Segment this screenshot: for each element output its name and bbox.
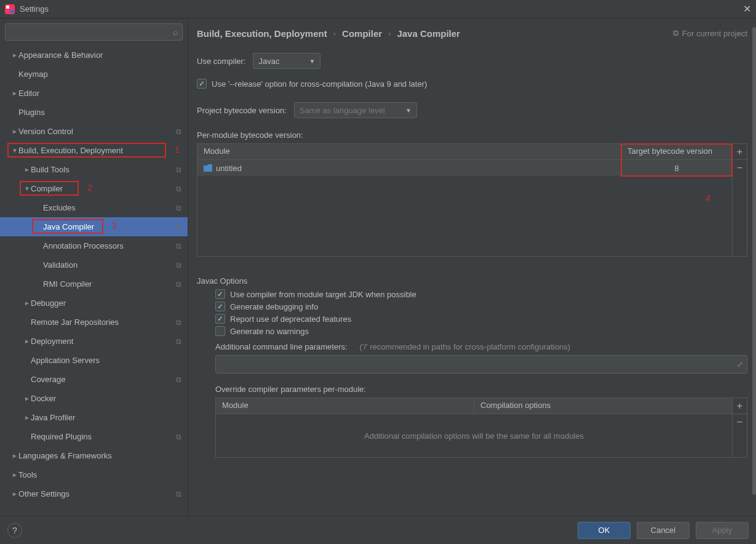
tree-item[interactable]: Coverage⧉	[0, 370, 188, 389]
tree-item[interactable]: ►Other Settings⧉	[0, 484, 188, 503]
expand-arrow-icon: ►	[11, 90, 18, 97]
settings-tree[interactable]: ►Appearance & BehaviorKeymap►EditorPlugi…	[0, 46, 188, 516]
javac-options-label: Javac Options	[197, 276, 747, 286]
content-pane: Build, Execution, Deployment › Compiler …	[188, 18, 756, 516]
tree-item[interactable]: ►Version Control⧉	[0, 122, 188, 141]
window-title: Settings	[20, 4, 743, 14]
tree-item[interactable]: Application Servers	[0, 351, 188, 370]
additional-params-input[interactable]: ⤢	[215, 355, 747, 374]
table-row[interactable]: untitled 8	[197, 160, 732, 176]
tree-item-label: Languages & Frameworks	[18, 451, 181, 460]
tree-item-label: Required Plugins	[31, 432, 176, 441]
tree-item-label: RMI Compiler	[43, 279, 176, 289]
tree-item-label: Coverage	[31, 375, 176, 384]
tree-item[interactable]: ►Build Tools⧉	[0, 160, 188, 179]
cancel-button[interactable]: Cancel	[637, 522, 690, 539]
tree-item-label: Editor	[18, 89, 181, 98]
per-module-label: Per-module bytecode version:	[197, 130, 747, 140]
tree-item[interactable]: ►Editor	[0, 84, 188, 103]
tree-item-label: Validation	[43, 260, 176, 270]
breadcrumb-item[interactable]: Compiler	[342, 28, 382, 39]
override-label: Override compiler parameters per-module:	[215, 385, 747, 394]
dialog-footer: ? OK Cancel Apply	[0, 516, 756, 544]
tree-item[interactable]: Excludes⧉	[0, 198, 188, 217]
ok-button[interactable]: OK	[578, 522, 631, 539]
copy-icon: ⧉	[176, 223, 181, 231]
expand-arrow-icon: ►	[23, 338, 31, 345]
tree-item[interactable]: ►Docker	[0, 389, 188, 408]
opt-debug-info-checkbox[interactable]: Generate debugging info	[215, 302, 747, 311]
sidebar: ⌕ ►Appearance & BehaviorKeymap►EditorPlu…	[0, 18, 188, 516]
compiler-select[interactable]: Javac▼	[253, 53, 320, 69]
tree-item[interactable]: Keymap	[0, 65, 188, 84]
close-icon[interactable]: ✕	[743, 3, 751, 15]
tree-item[interactable]: Annotation Processors⧉	[0, 236, 188, 255]
expand-arrow-icon: ►	[11, 490, 18, 497]
breadcrumb-item[interactable]: Java Compiler	[397, 28, 460, 39]
apply-button[interactable]: Apply	[696, 522, 749, 539]
opt-use-module-jdk-checkbox[interactable]: Use compiler from module target JDK when…	[215, 289, 747, 299]
tree-item[interactable]: ►Tools	[0, 465, 188, 484]
tree-item[interactable]: ►Java Profiler	[0, 408, 188, 427]
tree-item[interactable]: Remote Jar Repositories⧉	[0, 313, 188, 332]
th-override-options[interactable]: Compilation options	[474, 398, 732, 414]
tree-item[interactable]: ►Languages & Frameworks	[0, 446, 188, 465]
copy-icon: ⧉	[673, 28, 678, 38]
titlebar: Settings ✕	[0, 0, 756, 18]
target-version-cell[interactable]: 8	[621, 164, 732, 173]
search-input[interactable]	[5, 23, 183, 41]
remove-override-button[interactable]: −	[733, 414, 747, 430]
copy-icon: ⧉	[176, 337, 181, 346]
tree-item-label: Debugger	[31, 298, 181, 308]
expand-arrow-icon: ▼	[11, 147, 18, 154]
th-module[interactable]: Module	[197, 144, 621, 159]
copy-icon: ⧉	[176, 318, 181, 327]
tree-item[interactable]: Plugins	[0, 103, 188, 122]
tree-item[interactable]: ►Debugger	[0, 294, 188, 313]
expand-arrow-icon: ►	[23, 300, 31, 306]
expand-arrow-icon: ►	[11, 52, 18, 58]
tree-item-label: Other Settings	[18, 489, 176, 498]
tree-item-label: Build Tools	[31, 165, 176, 174]
breadcrumb-item[interactable]: Build, Execution, Deployment	[197, 28, 327, 39]
tree-item[interactable]: Validation⧉	[0, 255, 188, 274]
tree-item-label: Remote Jar Repositories	[31, 318, 176, 327]
th-target-version[interactable]: Target bytecode version	[621, 144, 732, 159]
tree-item[interactable]: ▼Compiler⧉2	[0, 179, 188, 198]
tree-item[interactable]: ►Appearance & Behavior	[0, 46, 188, 65]
project-bytecode-select[interactable]: Same as language level▼	[294, 102, 417, 118]
expand-arrow-icon: ►	[11, 128, 18, 135]
for-project-label: ⧉ For current project	[673, 28, 747, 38]
tree-item-label: Build, Execution, Deployment	[18, 146, 181, 155]
override-empty-text: Additional compilation options will be t…	[216, 414, 732, 457]
tree-item[interactable]: ►Deployment⧉	[0, 332, 188, 351]
tree-item[interactable]: ▼Build, Execution, Deployment1	[0, 141, 188, 160]
expand-icon[interactable]: ⤢	[737, 360, 743, 369]
tree-item[interactable]: RMI Compiler⧉	[0, 274, 188, 294]
override-table: Module Compilation options Additional co…	[215, 398, 733, 458]
opt-no-warnings-checkbox[interactable]: Generate no warnings	[215, 326, 747, 336]
add-override-button[interactable]: +	[733, 398, 747, 414]
tree-item[interactable]: Java Compiler⧉3	[0, 217, 188, 236]
remove-row-button[interactable]: −	[733, 160, 747, 176]
opt-deprecated-checkbox[interactable]: Report use of deprecated features	[215, 314, 747, 324]
help-button[interactable]: ?	[7, 523, 22, 538]
expand-arrow-icon: ►	[23, 414, 31, 421]
expand-arrow-icon: ►	[23, 395, 31, 402]
copy-icon: ⧉	[176, 375, 181, 384]
breadcrumb-sep: ›	[333, 29, 336, 38]
th-override-module[interactable]: Module	[216, 398, 474, 414]
project-bytecode-label: Project bytecode version:	[197, 106, 287, 115]
release-option-checkbox[interactable]: Use '--release' option for cross-compila…	[197, 79, 427, 89]
tree-item-label: Java Compiler	[43, 222, 176, 231]
params-hint: ('/' recommended in paths for cross-plat…	[360, 342, 570, 351]
tree-item-label: Plugins	[18, 108, 181, 117]
tree-item-label: Keymap	[18, 70, 181, 79]
module-name-cell: untitled	[216, 164, 242, 173]
tree-item[interactable]: Required Plugins⧉	[0, 427, 188, 446]
tree-item-label: Tools	[18, 470, 181, 479]
module-table: Module Target bytecode version untitled …	[197, 143, 733, 257]
copy-icon: ⧉	[176, 433, 181, 441]
app-icon	[5, 4, 15, 14]
add-row-button[interactable]: +	[733, 144, 747, 160]
